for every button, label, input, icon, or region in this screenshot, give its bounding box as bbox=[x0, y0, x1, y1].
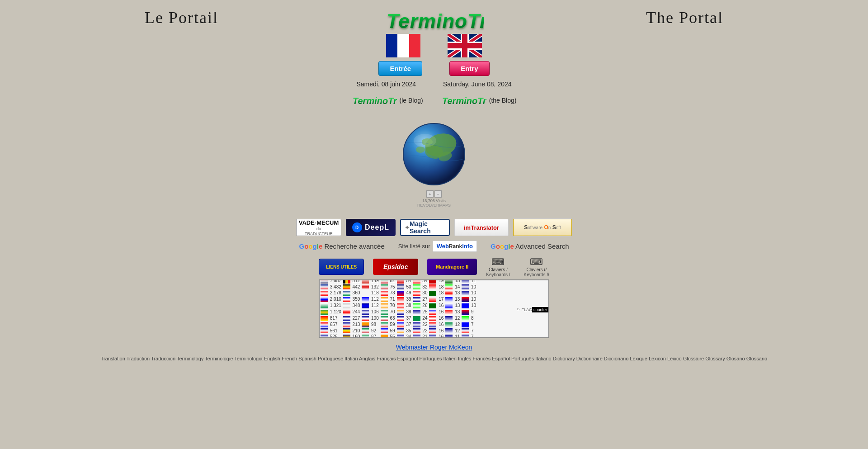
vademecum-badge[interactable]: VADE-MECUM du TRADUCTEUR bbox=[296, 219, 341, 236]
flags-row bbox=[386, 34, 482, 57]
flag-fr-white bbox=[397, 34, 409, 57]
site-listed-label: Site listé sur bbox=[398, 243, 430, 250]
buttons-row: Entrée Entry bbox=[378, 61, 489, 76]
flags-section: Entrée Entry Samedi, 08 juin 2024 Saturd… bbox=[352, 34, 517, 107]
fc-row: 1,120 244 106 70 38 25 16 13 9 bbox=[320, 309, 477, 315]
svg-point-18 bbox=[416, 147, 425, 153]
softonsof-label: Software On Soft bbox=[524, 224, 561, 231]
flag-gb bbox=[448, 34, 482, 57]
mandragore-badge[interactable]: Mandragore II bbox=[427, 259, 477, 275]
revolve-plus-btn[interactable]: + bbox=[426, 190, 434, 198]
magic-search-badge[interactable]: ✦ Magic Search bbox=[400, 219, 450, 236]
blog-logo-en: TerminoTrad bbox=[441, 94, 486, 107]
fc-row: 1,321 348 112 70 38 26 16 13 10 bbox=[320, 302, 477, 309]
google-fr-label: Recherche avancée bbox=[324, 242, 384, 250]
fc-row: 657 213 98 59 37 22 16 12 7 bbox=[320, 321, 477, 328]
svg-text:TerminoTrad: TerminoTrad bbox=[442, 96, 486, 106]
fc-row: 817 227 100 63 37 24 16 12 8 bbox=[320, 315, 477, 321]
revolvermaps-controls: + − bbox=[426, 190, 442, 198]
blog-section: TerminoTrad (le Blog) TerminoTrad (the B bbox=[352, 94, 517, 107]
keyboard-icon-i: ⌨ bbox=[491, 256, 505, 267]
svg-text:TerminoTrad: TerminoTrad bbox=[353, 96, 397, 106]
magic-search-text: Magic Search bbox=[410, 220, 445, 235]
dates-row: Samedi, 08 juin 2024 Saturday, June 08, … bbox=[356, 80, 511, 88]
deepl-label: DeepL bbox=[365, 223, 389, 232]
globe-image bbox=[400, 120, 468, 188]
google-en-label: Advanced Search bbox=[515, 242, 569, 250]
date-french: Samedi, 08 juin 2024 bbox=[356, 80, 416, 88]
epsidoc-label: Epsidoc bbox=[380, 263, 411, 270]
blog-en[interactable]: TerminoTrad (the Blog) bbox=[441, 94, 517, 107]
svg-rect-9 bbox=[448, 43, 482, 48]
liens-utiles-badge[interactable]: LIENS UTILES bbox=[319, 259, 364, 275]
flagcounter-image: 7,687 512 149 82 54 34 19 15 11 3,482 44… bbox=[319, 279, 549, 338]
imtranslator-label: imTranslator bbox=[464, 224, 499, 231]
claviers-ii-badge[interactable]: ⌨ Claviers II Keyboards II bbox=[524, 256, 549, 277]
fc-row: 7,687 512 149 82 54 34 19 15 11 bbox=[320, 279, 477, 284]
flag-fr bbox=[386, 34, 420, 57]
fc-row: 2,178 360 118 73 49 30 18 13 10 bbox=[320, 290, 477, 296]
logo-container: TerminoTrad bbox=[384, 7, 484, 33]
flagcounter-section[interactable]: 7,687 512 149 82 54 34 19 15 11 3,482 44… bbox=[319, 279, 549, 338]
right-title: The Portal bbox=[646, 8, 723, 27]
claviers-i-label: Claviers I bbox=[489, 267, 508, 272]
flagcounter-table: 7,687 512 149 82 54 34 19 15 11 3,482 44… bbox=[320, 279, 477, 338]
softonsof-badge[interactable]: Software On Soft bbox=[513, 219, 572, 236]
left-title: Le Portail bbox=[145, 8, 218, 27]
deepl-icon: D bbox=[352, 222, 362, 232]
date-english: Saturday, June 08, 2024 bbox=[443, 80, 512, 88]
svg-point-20 bbox=[414, 134, 436, 147]
footer-keywords: Translation Traduction Traducción Termin… bbox=[83, 353, 785, 364]
links-section: LIENS UTILES Epsidoc Mandragore II ⌨ Cla… bbox=[319, 256, 549, 277]
flagcounter-branding: 🏳 FLAGcounter bbox=[477, 305, 548, 312]
webmaster-link[interactable]: Webmaster Roger McKeon bbox=[396, 344, 472, 351]
imtranslator-badge[interactable]: imTranslator bbox=[454, 219, 509, 236]
tools-section: VADE-MECUM du TRADUCTEUR D DeepL ✦ Magic… bbox=[296, 219, 572, 236]
claviers-ii-label: Claviers II bbox=[526, 267, 546, 272]
blog-fr[interactable]: TerminoTrad (le Blog) bbox=[352, 94, 423, 107]
vademecum-sub2: TRADUCTEUR bbox=[305, 232, 333, 236]
entry-button[interactable]: Entry bbox=[449, 61, 489, 76]
fc-row: 3,482 442 132 75 50 32 18 14 10 bbox=[320, 284, 477, 290]
epsidoc-badge[interactable]: Epsidoc bbox=[373, 259, 418, 275]
webrank-container: Site listé sur WebRankInfo bbox=[398, 241, 477, 252]
svg-text:TerminoTrad: TerminoTrad bbox=[387, 10, 484, 32]
search-section: Google Recherche avancée Site listé sur … bbox=[299, 241, 569, 252]
vademecum-sub: du bbox=[316, 227, 321, 231]
keyboard-icon-ii: ⌨ bbox=[530, 256, 543, 267]
claviers-i-badge[interactable]: ⌨ Claviers I Keyboards I bbox=[486, 256, 510, 277]
google-en-search[interactable]: Google Advanced Search bbox=[491, 242, 569, 250]
flag-fr-red bbox=[409, 34, 420, 57]
webmaster-section: Webmaster Roger McKeon bbox=[396, 344, 472, 351]
fc-row: 528 160 87 55 34 21 16 11 7 bbox=[320, 334, 477, 338]
globe-section: + − 13,706 Visits REVOLVERMAPS bbox=[400, 120, 468, 208]
keyboards-i-label: Keyboards I bbox=[486, 272, 510, 277]
revolvermaps-brand: REVOLVERMAPS bbox=[417, 203, 451, 208]
vademecum-title: VADE-MECUM bbox=[299, 219, 339, 226]
liens-utiles-label: LIENS UTILES bbox=[323, 265, 359, 269]
entree-button[interactable]: Entrée bbox=[378, 61, 422, 76]
globe-wrapper bbox=[400, 120, 468, 188]
logo-svg: TerminoTrad bbox=[384, 7, 484, 33]
webrank-badge[interactable]: WebRankInfo bbox=[433, 241, 477, 252]
flag-fr-blue bbox=[386, 34, 397, 57]
magic-search-label: ✦ bbox=[405, 224, 410, 231]
revolvermaps-widget: + − 13,706 Visits REVOLVERMAPS bbox=[417, 190, 451, 208]
deepl-badge[interactable]: D DeepL bbox=[346, 219, 396, 236]
fc-row: 561 210 92 59 35 22 16 12 7 bbox=[320, 328, 477, 334]
blog-en-label: (the Blog) bbox=[489, 97, 517, 104]
revolvermaps-visits: 13,706 Visits bbox=[422, 199, 445, 203]
keyboards-ii-label: Keyboards II bbox=[524, 272, 549, 277]
blog-logo-fr: TerminoTrad bbox=[352, 94, 397, 107]
blog-fr-label: (le Blog) bbox=[400, 97, 423, 104]
fc-row: 2,010 359 112 71 39 27 17 13 10 bbox=[320, 296, 477, 302]
revolve-minus-btn[interactable]: − bbox=[434, 190, 442, 198]
mandragore-label: Mandragore II bbox=[433, 264, 471, 269]
svg-text:D: D bbox=[355, 225, 359, 230]
google-fr-search[interactable]: Google Recherche avancée bbox=[299, 242, 385, 250]
